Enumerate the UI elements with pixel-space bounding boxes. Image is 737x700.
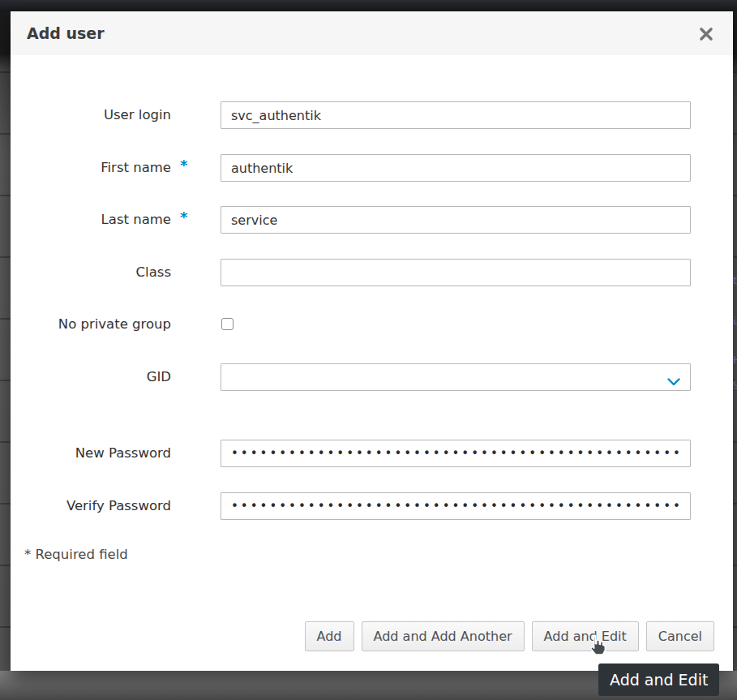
gid-select[interactable] bbox=[221, 363, 691, 391]
field-row-class: Class bbox=[11, 259, 733, 286]
no-private-group-checkbox[interactable] bbox=[221, 318, 234, 330]
field-label: Class bbox=[11, 259, 171, 286]
add-and-add-another-button[interactable]: Add and Add Another bbox=[362, 621, 525, 651]
field-label: Verify Password bbox=[11, 492, 171, 520]
field-label: GID bbox=[11, 363, 171, 391]
background-overlay-left bbox=[0, 11, 11, 671]
last-name-input[interactable] bbox=[221, 206, 691, 234]
required-asterisk: * bbox=[180, 157, 187, 174]
add-button[interactable]: Add bbox=[305, 621, 354, 651]
background-text-fragment: H bbox=[733, 355, 737, 365]
first-name-input[interactable] bbox=[221, 154, 691, 182]
required-field-note: * Required field bbox=[24, 547, 128, 562]
field-row-first-name: First name * bbox=[11, 154, 733, 182]
verify-password-input[interactable] bbox=[221, 492, 691, 520]
dialog-button-row: Add Add and Add Another Add and Edit Can… bbox=[305, 621, 714, 651]
tooltip: Add and Edit bbox=[598, 663, 719, 696]
user-login-input[interactable] bbox=[221, 101, 691, 129]
field-row-last-name: Last name * bbox=[11, 206, 733, 234]
field-label: User login bbox=[11, 101, 171, 129]
background-navbar bbox=[0, 0, 737, 11]
field-row-gid: GID bbox=[11, 363, 733, 391]
field-row-user-login: User login bbox=[11, 101, 733, 129]
close-icon[interactable] bbox=[698, 26, 714, 42]
background-text-fragment: t bbox=[733, 316, 737, 326]
class-input[interactable] bbox=[221, 259, 691, 286]
field-row-no-private-group: No private group bbox=[11, 311, 733, 338]
cancel-button[interactable]: Cancel bbox=[646, 621, 714, 651]
field-label: First name bbox=[11, 154, 171, 182]
dialog-header: Add user bbox=[11, 11, 733, 55]
field-row-new-password: New Password bbox=[11, 440, 733, 467]
background-overlay-right: t t H g bbox=[733, 11, 737, 671]
add-and-edit-button[interactable]: Add and Edit bbox=[532, 621, 639, 651]
add-user-dialog: Add user User login First name * Last na… bbox=[11, 11, 733, 671]
required-asterisk: * bbox=[180, 208, 187, 225]
chevron-down-icon bbox=[667, 374, 680, 389]
screen: t t H g Add user User login First name * bbox=[0, 0, 737, 700]
field-label: Last name bbox=[11, 206, 171, 234]
field-label: New Password bbox=[11, 440, 171, 467]
background-text-fragment: t bbox=[733, 276, 737, 286]
background-text-fragment: g bbox=[733, 378, 737, 388]
dialog-title: Add user bbox=[27, 11, 105, 55]
field-row-verify-password: Verify Password bbox=[11, 492, 733, 520]
new-password-input[interactable] bbox=[221, 440, 691, 467]
field-label: No private group bbox=[11, 311, 171, 338]
